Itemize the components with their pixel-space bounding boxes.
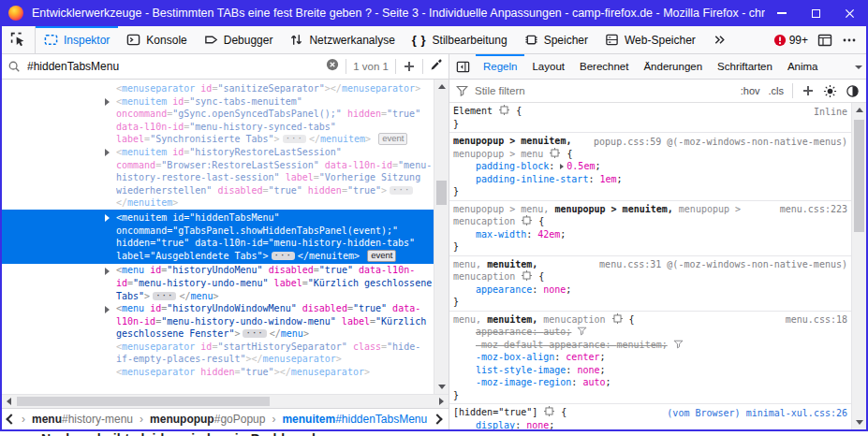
window-titlebar[interactable]: Entwicklerwerkzeuge - Bestimmten TABs ei… <box>2 0 866 26</box>
expand-twisty-icon[interactable] <box>105 306 110 313</box>
value-expander-icon[interactable] <box>560 164 564 169</box>
breadcrumb-item[interactable]: menuitem#hiddenTabsMenu <box>282 413 427 426</box>
expand-twisty-icon[interactable] <box>105 214 110 222</box>
selector-highlighter-icon[interactable] <box>544 406 554 416</box>
expand-twisty-icon[interactable] <box>105 149 110 156</box>
markup-horizontal-scrollbar[interactable] <box>2 394 449 408</box>
markup-node-row[interactable]: <menu id="historyUndoWindowMenu" disable… <box>2 302 449 341</box>
breadcrumb-scroll-left-icon[interactable] <box>6 414 16 424</box>
tab-stilbearbeitung[interactable]: { } Stilbearbeitung <box>404 26 516 53</box>
rule-selector-line[interactable]: menucaption { <box>453 270 847 283</box>
error-count-button[interactable]: 99+ <box>773 34 808 47</box>
markup-node-row[interactable]: <menuseparator id="sanitizeSeparator"></… <box>2 82 449 95</box>
selector-highlighter-icon[interactable] <box>499 105 509 115</box>
scroll-up-button[interactable] <box>434 80 449 94</box>
class-toggle-button[interactable]: .cls <box>769 85 785 96</box>
scroll-up-button[interactable] <box>852 103 866 117</box>
markup-node-row[interactable]: <menuitem id="historyRestoreLastSession"… <box>2 146 449 210</box>
css-declaration[interactable]: padding-inline-start: 1em; <box>453 173 847 186</box>
markup-node-row[interactable]: <menuitem id="hiddenTabsMenu"oncommand="… <box>2 210 449 264</box>
stylesheet-link[interactable]: popup.css:59 @(-moz-windows-non-native-m… <box>590 136 847 149</box>
tab-regeln[interactable]: Regeln <box>476 54 524 79</box>
css-declaration[interactable]: list-style-image: none; <box>453 364 847 377</box>
scrollbar-thumb[interactable] <box>436 181 447 205</box>
rule-selector-line[interactable]: Element { <box>453 105 847 118</box>
stylesheet-link[interactable]: Inline <box>810 106 847 119</box>
clear-search-button[interactable] <box>326 58 339 75</box>
split-console-icon[interactable] <box>817 33 832 48</box>
tab-konsole[interactable]: Konsole <box>118 26 195 53</box>
overridden-filter-icon[interactable] <box>673 340 684 349</box>
more-tabs-button[interactable] <box>704 26 735 53</box>
pseudo-class-button[interactable]: :hov <box>741 85 760 96</box>
search-input[interactable] <box>27 60 319 73</box>
light-scheme-icon[interactable] <box>823 84 837 98</box>
tab-layout[interactable]: Layout <box>524 54 572 79</box>
toggle-3-pane-button[interactable] <box>449 54 476 79</box>
tab-debugger[interactable]: Debugger <box>196 26 282 53</box>
css-declaration[interactable]: max-width: 42em; <box>453 228 847 241</box>
stylesheet-link[interactable]: menu.css:18 <box>782 313 847 327</box>
scroll-left-button[interactable] <box>2 395 16 408</box>
css-declaration[interactable]: -moz-default-appearance: menuitem; <box>453 339 847 352</box>
meatball-menu-icon[interactable] <box>842 33 857 48</box>
tab-inspektor[interactable]: Inspektor <box>36 26 118 53</box>
rule-selector-line[interactable]: menucaption { <box>453 215 847 228</box>
stylesheet-link[interactable]: menu.css:223 <box>776 203 847 216</box>
tab-aenderungen[interactable]: Änderungen <box>636 54 710 79</box>
scroll-down-button[interactable] <box>434 380 449 394</box>
markup-node-row[interactable]: <menuseparator hidden="true"></menusepar… <box>2 366 449 379</box>
dark-scheme-icon[interactable] <box>846 84 860 98</box>
tab-animationen[interactable]: Anima <box>780 54 826 79</box>
css-declaration[interactable]: appearance: none; <box>453 283 847 297</box>
css-declaration[interactable]: appearance: auto; <box>453 326 847 339</box>
tab-netzwerkanalyse[interactable]: Netzwerkanalyse <box>281 26 403 53</box>
tab-speicher[interactable]: Speicher <box>516 26 596 53</box>
node-expander-button[interactable]: ··· <box>243 329 266 338</box>
tab-web-speicher[interactable]: Web-Speicher <box>596 26 704 53</box>
markup-node-row[interactable]: <menuseparator id="startHistorySeparator… <box>2 341 449 366</box>
node-expander-button[interactable]: ··· <box>153 292 176 300</box>
selector-highlighter-icon[interactable] <box>522 215 532 225</box>
node-expander-button[interactable]: ··· <box>390 186 413 195</box>
close-button[interactable] <box>832 0 866 26</box>
scrollbar-thumb[interactable] <box>17 397 270 406</box>
tab-berechnet[interactable]: Berechnet <box>572 54 636 79</box>
stylesheet-link[interactable]: (vom Browser) minimal-xul.css:26 <box>663 407 847 420</box>
node-picker-button[interactable] <box>2 26 36 53</box>
rules-vertical-scrollbar[interactable] <box>851 103 866 429</box>
scroll-down-button[interactable] <box>852 415 866 429</box>
css-declaration[interactable]: -moz-box-align: center; <box>453 351 847 364</box>
add-rule-button[interactable] <box>802 84 815 97</box>
maximize-button[interactable] <box>799 0 832 26</box>
markup-node-row[interactable]: <menu id="historyUndoMenu" disabled="tru… <box>2 264 449 302</box>
rule-selector-line[interactable]: menupopup > menu { <box>453 148 847 161</box>
selector-highlighter-icon[interactable] <box>612 313 623 324</box>
markup-node-row[interactable]: <menuitem id="sync-tabs-menuitem"oncomma… <box>2 95 449 146</box>
minimize-button[interactable] <box>765 0 799 26</box>
add-node-button[interactable] <box>403 60 416 73</box>
event-badge[interactable]: event <box>378 133 407 145</box>
markup-vertical-scrollbar[interactable] <box>434 80 449 394</box>
tab-overflow-dropdown-icon[interactable] <box>855 65 862 69</box>
expand-twisty-icon[interactable] <box>105 98 110 106</box>
breadcrumb-item[interactable]: menupopup#goPopup <box>150 413 265 426</box>
node-expander-button[interactable]: ··· <box>283 135 306 143</box>
breadcrumb-item[interactable]: menu#history-menu <box>32 413 133 426</box>
rules-filter-input[interactable]: Stile filtern <box>475 85 525 96</box>
eyedropper-button[interactable] <box>430 58 443 75</box>
breadcrumb-scroll-right-icon[interactable] <box>432 414 442 424</box>
css-declaration[interactable]: display: none; <box>453 419 847 430</box>
overridden-filter-icon[interactable] <box>577 327 587 336</box>
scroll-right-button[interactable] <box>434 395 449 408</box>
selector-highlighter-icon[interactable] <box>522 270 532 281</box>
scrollbar-thumb[interactable] <box>854 120 864 232</box>
node-expander-button[interactable]: ··· <box>272 252 295 260</box>
css-declaration[interactable]: -moz-image-region: auto; <box>453 376 847 389</box>
css-declaration[interactable]: padding-block: 0.5em; <box>453 160 847 173</box>
selector-highlighter-icon[interactable] <box>550 148 560 158</box>
expand-twisty-icon[interactable] <box>105 268 110 275</box>
event-badge[interactable]: event <box>367 250 396 262</box>
tab-schriftarten[interactable]: Schriftarten <box>710 54 780 79</box>
stylesheet-link[interactable]: menu.css:31 @(-moz-windows-non-native-me… <box>596 258 847 271</box>
